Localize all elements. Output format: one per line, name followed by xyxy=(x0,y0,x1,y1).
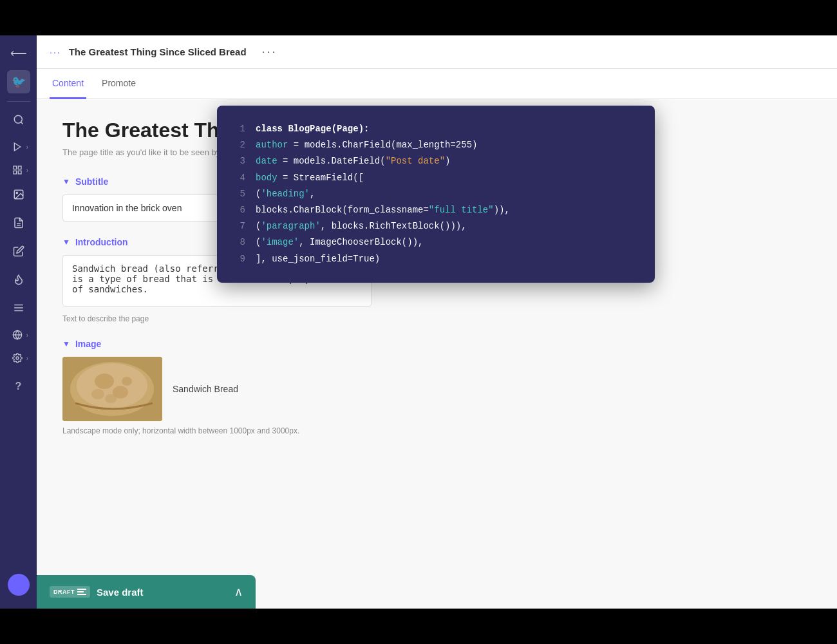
code-line-4: 4 body = StreamField([ xyxy=(235,170,637,186)
settings-arrow-icon: › xyxy=(26,355,28,362)
code-line-2: 2 author = models.CharField(max_length=2… xyxy=(235,137,637,153)
svg-rect-2 xyxy=(14,166,17,169)
sidebar-wagtail-logo[interactable]: 🐦 xyxy=(7,70,30,93)
image-caption: Sandwich Bread xyxy=(173,384,238,394)
code-line-6: 6 blocks.CharBlock(form_classname="full … xyxy=(235,202,637,218)
image-label: Image xyxy=(75,339,101,349)
edit-icon xyxy=(13,245,24,260)
images-icon xyxy=(13,189,24,203)
sidebar-item-pages[interactable]: › xyxy=(0,161,37,179)
svg-point-21 xyxy=(91,389,104,399)
top-bar xyxy=(0,0,837,35)
documents-icon xyxy=(13,217,24,231)
tabs-bar: Content Promote xyxy=(37,69,837,99)
image-hint: Landscape mode only; horizontal width be… xyxy=(62,426,811,435)
pages-icon xyxy=(8,161,26,179)
richtext-icon xyxy=(13,302,24,316)
page-content: The Greatest Thing Since Sliced Bread Th… xyxy=(37,99,837,609)
svg-rect-5 xyxy=(14,171,17,174)
introduction-toggle-icon[interactable]: ▼ xyxy=(62,238,70,247)
svg-point-19 xyxy=(95,374,114,389)
code-overlay: 1 class BlogPage(Page): 2 author = model… xyxy=(217,106,655,283)
collapse-arrow-icon: ⟵ xyxy=(10,46,27,61)
code-line-7: 7 ('paragraph', blocks.RichTextBlock()))… xyxy=(235,218,637,234)
breadcrumb-dots[interactable]: ··· xyxy=(50,47,61,57)
snippets-arrow-icon: › xyxy=(26,144,28,151)
code-line-5: 5 ('heading', xyxy=(235,186,637,202)
user-avatar[interactable] xyxy=(8,574,30,596)
sidebar-item-globe[interactable]: › xyxy=(0,326,37,344)
svg-rect-4 xyxy=(18,171,21,174)
wagtail-icon: 🐦 xyxy=(12,75,26,89)
sidebar-item-settings[interactable]: › xyxy=(0,349,37,367)
bread-image[interactable] xyxy=(62,357,162,421)
code-line-3: 3 date = models.DateField("Post date") xyxy=(235,153,637,169)
bottom-bar xyxy=(0,609,837,644)
header-bar: ··· The Greatest Thing Since Sliced Brea… xyxy=(37,35,837,69)
sidebar-item-snippets[interactable]: › xyxy=(0,138,37,156)
section-image: ▼ Image xyxy=(62,339,811,435)
sidebar-item-documents[interactable] xyxy=(7,213,30,236)
draft-icon-lines xyxy=(77,589,86,595)
code-line-9: 9 ], use_json_field=True) xyxy=(235,251,637,267)
image-section: Sandwich Bread xyxy=(62,357,811,421)
settings-icon xyxy=(8,349,26,367)
sidebar-item-images[interactable] xyxy=(7,184,30,207)
save-draft-bar: DRAFT Save draft ∧ xyxy=(37,575,256,609)
code-line-8: 8 ('image', ImageChooserBlock()), xyxy=(235,234,637,251)
more-options-button[interactable]: ··· xyxy=(262,45,277,59)
svg-point-0 xyxy=(14,115,22,123)
globe-arrow-icon: › xyxy=(26,332,28,339)
help-icon: ? xyxy=(15,381,22,392)
main-wrapper: ⟵ 🐦 › xyxy=(0,35,837,609)
svg-point-15 xyxy=(16,357,19,359)
sidebar-item-reports[interactable] xyxy=(7,269,30,292)
search-icon xyxy=(13,114,24,128)
content-area: ··· The Greatest Thing Since Sliced Brea… xyxy=(37,35,837,609)
subtitle-toggle-icon[interactable]: ▼ xyxy=(62,177,70,186)
page-title-header: The Greatest Thing Since Sliced Bread xyxy=(69,46,247,57)
draft-icon: DRAFT xyxy=(50,586,90,598)
introduction-label: Introduction xyxy=(75,237,128,247)
sidebar-item-richtext[interactable] xyxy=(7,298,30,321)
sidebar-divider xyxy=(7,101,30,102)
code-line-1: 1 class BlogPage(Page): xyxy=(235,121,637,137)
sidebar-item-search[interactable] xyxy=(7,109,30,133)
save-draft-label: Save draft xyxy=(97,587,144,598)
image-toggle-icon[interactable]: ▼ xyxy=(62,339,70,348)
svg-rect-3 xyxy=(18,166,21,169)
pages-arrow-icon: › xyxy=(26,167,28,174)
tab-promote[interactable]: Promote xyxy=(99,69,138,99)
sidebar: ⟵ 🐦 › xyxy=(0,35,37,609)
sidebar-item-help[interactable]: ? xyxy=(7,375,30,398)
save-draft-left: DRAFT Save draft xyxy=(50,586,144,598)
sidebar-collapse-button[interactable]: ⟵ xyxy=(7,42,30,65)
sidebar-item-edit[interactable] xyxy=(7,241,30,264)
snippets-icon xyxy=(8,138,26,156)
globe-icon xyxy=(8,326,26,344)
section-image-header: ▼ Image xyxy=(62,339,811,349)
expand-button[interactable]: ∧ xyxy=(234,585,243,599)
svg-point-7 xyxy=(16,192,17,193)
svg-point-23 xyxy=(105,394,117,403)
reports-icon xyxy=(13,274,24,288)
tab-content[interactable]: Content xyxy=(50,69,86,99)
svg-point-22 xyxy=(122,377,132,386)
svg-marker-1 xyxy=(14,143,20,151)
draft-badge-text: DRAFT xyxy=(53,589,75,595)
introduction-hint: Text to describe the page xyxy=(62,314,811,323)
subtitle-label: Subtitle xyxy=(75,176,108,187)
